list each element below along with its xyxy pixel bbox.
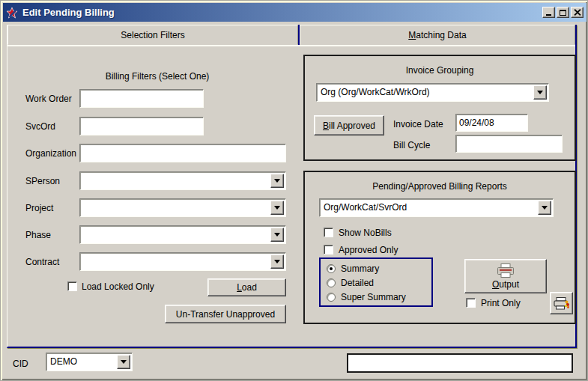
dropdown-arrow-icon bbox=[274, 206, 280, 210]
tab-selection-filters[interactable]: Selection Filters bbox=[7, 25, 298, 45]
bill-approved-button-label: Bill Approved bbox=[323, 121, 375, 131]
project-combo[interactable] bbox=[79, 198, 286, 217]
maximize-icon bbox=[560, 10, 566, 16]
invoice-date-label: Invoice Date bbox=[393, 119, 443, 129]
report-type-combo-arrow-button[interactable] bbox=[538, 201, 551, 215]
tab-selection-filters-label: Selection Filters bbox=[121, 30, 184, 40]
load-button[interactable]: Load bbox=[207, 278, 286, 296]
output-button-label: Output bbox=[492, 279, 519, 290]
radio-super-summary[interactable]: Super Summary bbox=[327, 292, 406, 302]
billing-reports-groupbox: Pending/Approved Billing Reports Org/Wor… bbox=[303, 171, 576, 324]
report-type-combo-value: Org/WorkCat/SvrOrd bbox=[324, 202, 407, 213]
billing-filters-heading: Billing Filters (Select One) bbox=[30, 71, 285, 82]
work-order-label: Work Order bbox=[25, 94, 72, 104]
print-only-label: Print Only bbox=[481, 298, 521, 308]
invoice-grouping-combo-value: Org (Org/WorkCat/WrkOrd) bbox=[321, 87, 430, 97]
cid-combo[interactable]: DEMO bbox=[46, 353, 133, 371]
radio-detailed-label: Detailed bbox=[341, 278, 374, 288]
dropdown-arrow-icon bbox=[274, 233, 280, 237]
work-order-input[interactable] bbox=[79, 89, 204, 108]
sperson-label: SPerson bbox=[25, 176, 60, 186]
project-combo-arrow-button[interactable] bbox=[270, 201, 284, 215]
app-logo-icon bbox=[6, 7, 18, 19]
organization-input[interactable] bbox=[79, 144, 286, 162]
invoice-grouping-combo[interactable]: Org (Org/WorkCat/WrkOrd) bbox=[316, 83, 549, 102]
close-button[interactable] bbox=[571, 7, 584, 18]
print-only-checkbox[interactable] bbox=[466, 298, 476, 308]
organization-label: Organization bbox=[25, 148, 76, 159]
untransfer-unapproved-button-label: Un-Transfer Unapproved bbox=[176, 309, 275, 320]
svcord-input[interactable] bbox=[79, 117, 204, 135]
cid-combo-value: DEMO bbox=[50, 356, 77, 367]
minimize-button[interactable] bbox=[542, 7, 555, 18]
status-field[interactable] bbox=[347, 353, 573, 373]
untransfer-unapproved-button[interactable]: Un-Transfer Unapproved bbox=[165, 305, 286, 323]
billing-reports-title: Pending/Approved Billing Reports bbox=[305, 181, 575, 192]
invoice-grouping-groupbox: Invoice Grouping Org (Org/WorkCat/WrkOrd… bbox=[303, 55, 576, 161]
sperson-combo-arrow-button[interactable] bbox=[270, 174, 284, 188]
tab-row: Selection Filters Matching Data bbox=[7, 25, 575, 46]
show-nobills-label: Show NoBills bbox=[339, 228, 392, 238]
report-detail-radio-group: Summary Detailed Super Summary bbox=[319, 257, 433, 307]
color-printer-icon bbox=[554, 296, 570, 310]
tab-matching-data[interactable]: Matching Data bbox=[300, 25, 575, 45]
printer-setup-button[interactable] bbox=[550, 292, 573, 314]
approved-only-checkbox[interactable] bbox=[324, 245, 333, 254]
load-button-label: Load bbox=[237, 282, 257, 293]
contract-label: Contract bbox=[25, 257, 59, 267]
window-title: Edit Pending Billing bbox=[22, 7, 542, 18]
load-locked-only-checkbox[interactable] bbox=[67, 281, 77, 291]
approved-only-label: Approved Only bbox=[339, 245, 398, 255]
show-nobills-checkbox[interactable] bbox=[324, 228, 333, 237]
load-locked-only-label: Load Locked Only bbox=[82, 281, 154, 292]
phase-combo-arrow-button[interactable] bbox=[270, 228, 284, 242]
sperson-combo[interactable] bbox=[79, 171, 286, 190]
edit-pending-billing-window: Edit Pending Billing Selection Filters M… bbox=[0, 0, 588, 381]
radio-detailed-icon bbox=[327, 278, 336, 287]
radio-summary-label: Summary bbox=[341, 263, 379, 274]
radio-detailed[interactable]: Detailed bbox=[327, 278, 374, 288]
dropdown-arrow-icon bbox=[542, 206, 548, 210]
dropdown-arrow-icon bbox=[274, 260, 280, 263]
dropdown-arrow-icon bbox=[274, 179, 280, 183]
tab-matching-data-label: Matching Data bbox=[408, 30, 466, 40]
project-label: Project bbox=[25, 203, 53, 213]
radio-super-summary-label: Super Summary bbox=[341, 292, 406, 302]
svcord-label: SvcOrd bbox=[25, 121, 55, 132]
radio-summary[interactable]: Summary bbox=[327, 263, 379, 274]
radio-summary-icon bbox=[327, 264, 336, 273]
cid-combo-arrow-button[interactable] bbox=[117, 355, 130, 369]
dropdown-arrow-icon bbox=[121, 360, 127, 364]
contract-combo-arrow-button[interactable] bbox=[270, 254, 284, 269]
bill-cycle-label: Bill Cycle bbox=[393, 140, 430, 150]
maximize-button[interactable] bbox=[557, 7, 569, 18]
phase-combo[interactable] bbox=[79, 225, 286, 244]
report-type-combo[interactable]: Org/WorkCat/SvrOrd bbox=[319, 198, 554, 217]
printer-icon bbox=[497, 263, 515, 278]
close-icon bbox=[574, 9, 581, 16]
dropdown-arrow-icon bbox=[537, 91, 543, 94]
minimize-icon bbox=[546, 14, 551, 16]
invoice-grouping-combo-arrow-button[interactable] bbox=[533, 85, 547, 100]
invoice-date-input[interactable] bbox=[455, 114, 528, 132]
radio-super-summary-icon bbox=[327, 293, 336, 302]
cid-label: CID bbox=[13, 359, 28, 369]
bill-cycle-input[interactable] bbox=[455, 135, 563, 153]
main-panel: Selection Filters Matching Data Billing … bbox=[7, 25, 577, 348]
titlebar[interactable]: Edit Pending Billing bbox=[3, 3, 587, 22]
phase-label: Phase bbox=[25, 230, 51, 240]
bill-approved-button[interactable]: Bill Approved bbox=[314, 115, 384, 135]
output-button[interactable]: Output bbox=[464, 259, 547, 293]
contract-combo[interactable] bbox=[79, 252, 286, 271]
invoice-grouping-title: Invoice Grouping bbox=[305, 65, 575, 76]
